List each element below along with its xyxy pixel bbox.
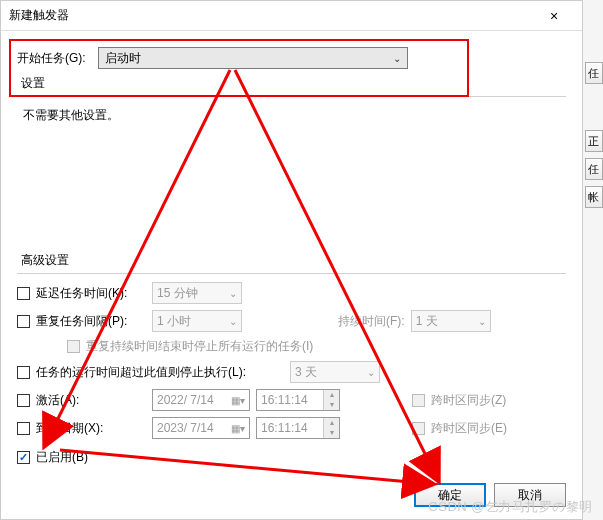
spin-down-icon[interactable]: ▾: [324, 428, 339, 438]
background-button: 正: [585, 130, 603, 152]
activate-label[interactable]: 激活(A):: [36, 392, 146, 409]
dialog-footer: 确定 取消: [414, 483, 566, 507]
enabled-label[interactable]: 已启用(B): [36, 449, 88, 466]
stop-after-combo[interactable]: 3 天 ⌄: [290, 361, 380, 383]
settings-message: 不需要其他设置。: [23, 107, 566, 124]
expire-tz-checkbox: [412, 422, 425, 435]
expire-date-value: 2023/ 7/14: [157, 421, 214, 435]
dialog-content: 开始任务(G): 启动时 ⌄ 设置 不需要其他设置。 高级设置 延迟任务时间(K…: [1, 31, 582, 519]
stop-after-label[interactable]: 任务的运行时间超过此值则停止执行(L):: [36, 364, 284, 381]
chevron-down-icon: ⌄: [367, 367, 375, 378]
stop-after-checkbox[interactable]: [17, 366, 30, 379]
delay-value: 15 分钟: [157, 285, 198, 302]
background-button: 帐: [585, 186, 603, 208]
repeat-checkbox[interactable]: [17, 315, 30, 328]
delay-combo[interactable]: 15 分钟 ⌄: [152, 282, 242, 304]
titlebar: 新建触发器 ×: [1, 1, 582, 31]
background-button: 任: [585, 62, 603, 84]
activate-time-value: 16:11:14: [257, 393, 323, 407]
settings-divider: [17, 96, 566, 97]
close-icon: ×: [550, 8, 558, 24]
new-trigger-dialog: 新建触发器 × 开始任务(G): 启动时 ⌄ 设置 不需要其他设置。 高级设置 …: [0, 0, 583, 520]
repeat-interval-value: 1 小时: [157, 313, 191, 330]
calendar-icon: ▦▾: [231, 423, 245, 434]
start-task-value: 启动时: [105, 50, 141, 67]
delay-label[interactable]: 延迟任务时间(K):: [36, 285, 146, 302]
activate-checkbox[interactable]: [17, 394, 30, 407]
expire-checkbox[interactable]: [17, 422, 30, 435]
activate-time[interactable]: 16:11:14 ▴▾: [256, 389, 340, 411]
chevron-down-icon: ⌄: [229, 288, 237, 299]
activate-date-value: 2022/ 7/14: [157, 393, 214, 407]
advanced-heading: 高级设置: [21, 252, 566, 269]
close-button[interactable]: ×: [534, 2, 574, 30]
start-task-label: 开始任务(G):: [17, 50, 92, 67]
cancel-button-label: 取消: [518, 487, 542, 504]
spin-up-icon[interactable]: ▴: [324, 418, 339, 428]
stop-all-label: 重复持续时间结束时停止所有运行的任务(I): [86, 338, 313, 355]
background-button: 任: [585, 158, 603, 180]
settings-heading: 设置: [21, 75, 566, 92]
duration-value: 1 天: [416, 313, 438, 330]
repeat-interval-combo[interactable]: 1 小时 ⌄: [152, 310, 242, 332]
expire-date[interactable]: 2023/ 7/14 ▦▾: [152, 417, 250, 439]
calendar-icon: ▦▾: [231, 395, 245, 406]
ok-button-label: 确定: [438, 487, 462, 504]
spin-down-icon[interactable]: ▾: [324, 400, 339, 410]
chevron-down-icon: ⌄: [478, 316, 486, 327]
stop-after-value: 3 天: [295, 364, 317, 381]
stop-all-checkbox: [67, 340, 80, 353]
cancel-button[interactable]: 取消: [494, 483, 566, 507]
advanced-divider: [17, 273, 566, 274]
duration-combo[interactable]: 1 天 ⌄: [411, 310, 491, 332]
chevron-down-icon: ⌄: [229, 316, 237, 327]
expire-time[interactable]: 16:11:14 ▴▾: [256, 417, 340, 439]
expire-time-value: 16:11:14: [257, 421, 323, 435]
duration-label: 持续时间(F):: [338, 313, 405, 330]
expire-tz-label: 跨时区同步(E): [431, 420, 507, 437]
repeat-label[interactable]: 重复任务间隔(P):: [36, 313, 146, 330]
activate-tz-label: 跨时区同步(Z): [431, 392, 506, 409]
activate-tz-checkbox: [412, 394, 425, 407]
ok-button[interactable]: 确定: [414, 483, 486, 507]
enabled-checkbox[interactable]: [17, 451, 30, 464]
expire-label[interactable]: 到期日期(X):: [36, 420, 146, 437]
dialog-title: 新建触发器: [9, 7, 534, 24]
delay-checkbox[interactable]: [17, 287, 30, 300]
start-task-combo[interactable]: 启动时 ⌄: [98, 47, 408, 69]
spin-up-icon[interactable]: ▴: [324, 390, 339, 400]
chevron-down-icon: ⌄: [393, 53, 401, 64]
activate-date[interactable]: 2022/ 7/14 ▦▾: [152, 389, 250, 411]
